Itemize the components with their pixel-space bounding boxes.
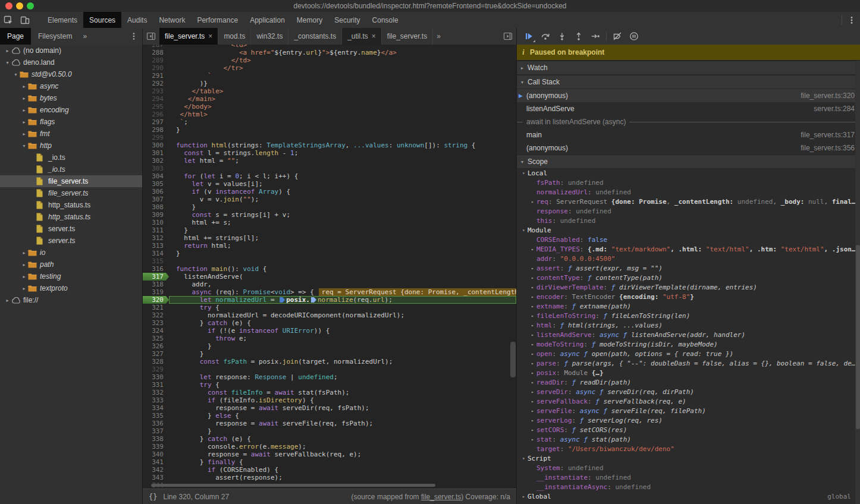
main-tab-network[interactable]: Network bbox=[153, 12, 191, 28]
line-number[interactable]: 321 bbox=[143, 304, 169, 311]
main-tab-application[interactable]: Application bbox=[244, 12, 291, 28]
expanded-triangle-icon[interactable]: ▾ bbox=[20, 143, 28, 149]
tree-item-server.ts[interactable]: server.ts bbox=[0, 223, 142, 235]
main-tab-memory[interactable]: Memory bbox=[291, 12, 328, 28]
collapsed-triangle-icon[interactable]: ▸ bbox=[20, 108, 28, 113]
scope-variable-extname[interactable]: ▸extname: ƒ extname(path) bbox=[517, 302, 860, 311]
collapsed-triangle-icon[interactable]: ▸ bbox=[529, 426, 536, 435]
collapsed-triangle-icon[interactable]: ▸ bbox=[4, 298, 11, 303]
line-number[interactable]: 316 bbox=[143, 265, 169, 273]
scope-variable-fileLenToString[interactable]: ▸fileLenToString: ƒ fileLenToString(len) bbox=[517, 311, 860, 321]
collapsed-triangle-icon[interactable]: ▸ bbox=[529, 340, 536, 349]
tree-item-path[interactable]: ▸path bbox=[0, 259, 142, 270]
line-number[interactable]: 304 bbox=[143, 172, 169, 180]
collapsed-triangle-icon[interactable]: ▸ bbox=[20, 250, 28, 256]
collapsed-triangle-icon[interactable]: ▸ bbox=[529, 416, 536, 426]
main-tab-elements[interactable]: Elements bbox=[42, 12, 83, 28]
collapsed-triangle-icon[interactable]: ▸ bbox=[529, 330, 536, 340]
line-number[interactable]: 302 bbox=[143, 157, 169, 165]
collapsed-triangle-icon[interactable]: ▸ bbox=[529, 435, 536, 445]
line-number[interactable]: 337 bbox=[143, 427, 169, 435]
line-number[interactable]: 314 bbox=[143, 250, 169, 257]
scope-section-Script[interactable]: ▾Script bbox=[517, 454, 860, 464]
main-tab-security[interactable]: Security bbox=[328, 12, 366, 28]
expanded-triangle-icon[interactable]: ▾ bbox=[520, 226, 528, 235]
collapsed-triangle-icon[interactable]: ▸ bbox=[20, 262, 28, 267]
call-stack-frame-anonymous[interactable]: ▶(anonymous)file_server.ts:320 bbox=[517, 89, 860, 102]
collapsed-triangle-icon[interactable]: ▸ bbox=[529, 302, 536, 311]
collapsed-triangle-icon[interactable]: ▸ bbox=[20, 119, 28, 125]
line-number[interactable]: 330 bbox=[143, 373, 169, 381]
line-number[interactable]: 327 bbox=[143, 350, 169, 358]
line-number[interactable]: 342 bbox=[143, 466, 169, 474]
call-stack-frame-listenAndServe[interactable]: listenAndServeserver.ts:284 bbox=[517, 102, 860, 115]
scope-variable-setCORS[interactable]: ▸setCORS: ƒ setCORS(res) bbox=[517, 426, 860, 435]
collapsed-triangle-icon[interactable]: ▸ bbox=[529, 292, 536, 302]
line-number[interactable]: 328 bbox=[143, 358, 169, 366]
scope-section-header[interactable]: ▾ Scope bbox=[517, 155, 860, 169]
editor-vertical-scrollbar[interactable] bbox=[510, 342, 516, 377]
collapsed-triangle-icon[interactable]: ▸ bbox=[520, 492, 528, 502]
line-number[interactable]: 331 bbox=[143, 381, 169, 389]
scope-variable-serveFile[interactable]: ▸serveFile: async ƒ serveFile(req, fileP… bbox=[517, 407, 860, 416]
line-number[interactable]: 301 bbox=[143, 149, 169, 157]
tree-item-flags[interactable]: ▸flags bbox=[0, 116, 142, 128]
line-number[interactable]: 318 bbox=[143, 281, 169, 288]
line-number[interactable]: 308 bbox=[143, 203, 169, 211]
tree-item-bytes[interactable]: ▸bytes bbox=[0, 92, 142, 104]
scope-variable-open[interactable]: ▸open: async ƒ open(path, options = { re… bbox=[517, 349, 860, 359]
line-number[interactable]: 294 bbox=[143, 95, 169, 103]
line-number[interactable]: 343 bbox=[143, 474, 169, 481]
tree-item-_io.ts[interactable]: _io.ts bbox=[0, 163, 142, 175]
collapsed-triangle-icon[interactable]: ▸ bbox=[529, 378, 536, 388]
line-number[interactable]: 300 bbox=[143, 141, 169, 149]
collapsed-triangle-icon[interactable]: ▸ bbox=[529, 397, 536, 407]
line-number[interactable]: 306 bbox=[143, 188, 169, 196]
line-number[interactable]: 310 bbox=[143, 219, 169, 226]
line-number[interactable]: 322 bbox=[143, 311, 169, 319]
pretty-print-icon[interactable]: {} bbox=[143, 493, 163, 501]
line-number[interactable]: 335 bbox=[143, 412, 169, 420]
scope-variable-contentType[interactable]: ▸contentType: ƒ contentType(path) bbox=[517, 273, 860, 283]
line-number[interactable]: 311 bbox=[143, 226, 169, 234]
watch-section-header[interactable]: ▸ Watch bbox=[517, 61, 860, 75]
scope-variable-req[interactable]: ▸req: ServerRequest {done: Promise, _con… bbox=[517, 197, 860, 207]
line-number[interactable]: 324 bbox=[143, 327, 169, 335]
line-number[interactable]: 309 bbox=[143, 211, 169, 219]
line-number[interactable]: 288 bbox=[143, 49, 169, 56]
line-number[interactable]: 305 bbox=[143, 180, 169, 188]
scope-variable-listenAndServe[interactable]: ▸listenAndServe: async ƒ listenAndServe(… bbox=[517, 330, 860, 340]
line-number[interactable]: 319 bbox=[143, 288, 169, 296]
inspect-element-icon[interactable] bbox=[0, 12, 17, 28]
step-out-button[interactable] bbox=[570, 29, 587, 44]
tree-item-async[interactable]: ▸async bbox=[0, 80, 142, 92]
tree-item-file[interactable]: ▸file:// bbox=[0, 294, 142, 306]
toggle-navigator-icon[interactable] bbox=[143, 28, 159, 45]
collapsed-triangle-icon[interactable]: ▸ bbox=[20, 96, 28, 101]
collapsed-triangle-icon[interactable]: ▸ bbox=[529, 349, 536, 359]
inline-breakpoint-marker-icon[interactable] bbox=[280, 297, 285, 303]
tree-item-io[interactable]: ▸io bbox=[0, 247, 142, 259]
tree-item-textproto[interactable]: ▸textproto bbox=[0, 282, 142, 294]
scope-section-Module[interactable]: ▾Module bbox=[517, 226, 860, 235]
line-number[interactable]: 334 bbox=[143, 404, 169, 412]
scope-variable-encoder[interactable]: ▸encoder: TextEncoder {encoding: "utf-8"… bbox=[517, 292, 860, 302]
line-number[interactable]: 333 bbox=[143, 396, 169, 404]
scope-section-Local[interactable]: ▾Local bbox=[517, 169, 860, 178]
scope-variable-modeToString[interactable]: ▸modeToString: ƒ modeToString(isDir, may… bbox=[517, 340, 860, 349]
scope-variable-stat[interactable]: ▸stat: async ƒ stat(path) bbox=[517, 435, 860, 445]
tree-item-fmt[interactable]: ▸fmt bbox=[0, 128, 142, 140]
collapsed-triangle-icon[interactable]: ▸ bbox=[529, 359, 536, 368]
line-number[interactable]: 292 bbox=[143, 80, 169, 87]
editor-horizontal-scrollbar[interactable] bbox=[151, 484, 435, 487]
line-number[interactable]: 299 bbox=[143, 134, 169, 141]
line-number[interactable]: 339 bbox=[143, 443, 169, 451]
tree-item-testing[interactable]: ▸testing bbox=[0, 270, 142, 282]
collapsed-triangle-icon[interactable]: ▸ bbox=[529, 407, 536, 416]
inline-breakpoint-marker-icon[interactable] bbox=[311, 297, 316, 303]
editor-tab-mod.ts[interactable]: mod.ts bbox=[218, 28, 251, 45]
tree-item-server.ts[interactable]: server.ts bbox=[0, 235, 142, 247]
collapsed-triangle-icon[interactable]: ▸ bbox=[20, 286, 28, 291]
tree-item-file_server.ts[interactable]: file_server.ts bbox=[0, 187, 142, 199]
tree-item-_io.ts[interactable]: _io.ts bbox=[0, 152, 142, 163]
